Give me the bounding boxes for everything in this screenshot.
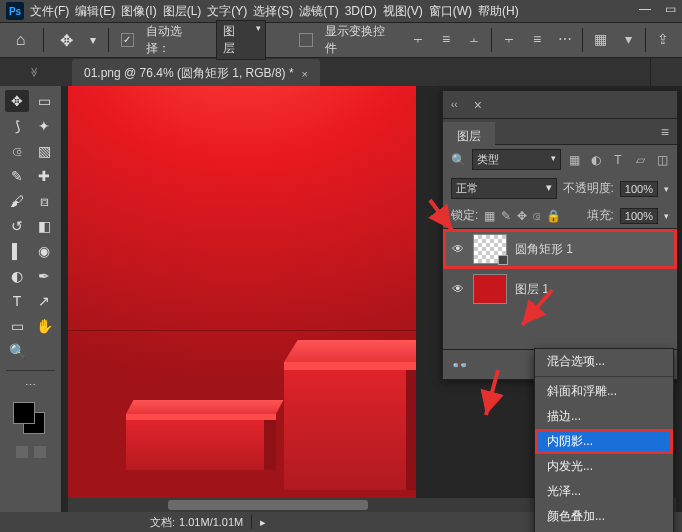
menu-view[interactable]: 视图(V): [383, 3, 423, 20]
gradient-tool[interactable]: ▌: [5, 240, 29, 262]
left-dock-handle[interactable]: [6, 62, 62, 80]
search-icon[interactable]: 🔍: [451, 153, 466, 167]
menu-stroke[interactable]: 描边...: [535, 404, 673, 429]
fill-value[interactable]: 100%: [620, 208, 658, 224]
layers-panel-header: ‹‹ ×: [443, 91, 677, 119]
menu-image[interactable]: 图像(I): [121, 3, 156, 20]
brush-tool[interactable]: 🖌: [5, 190, 29, 212]
lock-pixels-icon[interactable]: ▦: [484, 209, 495, 223]
panel-menu-icon[interactable]: ≡: [653, 124, 677, 140]
show-transform-checkbox[interactable]: [299, 33, 313, 47]
align-icon[interactable]: ⫟: [407, 28, 429, 50]
shape-tool[interactable]: ▭: [5, 315, 29, 337]
eyedropper-tool[interactable]: ✎: [5, 165, 29, 187]
layer-name[interactable]: 图层 1: [515, 281, 549, 298]
lock-artboard-icon[interactable]: ⟃: [533, 209, 540, 223]
fill-caret-icon[interactable]: ▾: [664, 211, 669, 221]
crop-tool[interactable]: ⟃: [5, 140, 29, 162]
menu-window[interactable]: 窗口(W): [429, 3, 472, 20]
right-dock-strip[interactable]: [650, 58, 682, 86]
visibility-toggle-icon[interactable]: 👁: [451, 282, 465, 296]
blur-tool[interactable]: ◉: [32, 240, 56, 262]
menu-blending-options[interactable]: 混合选项...: [535, 349, 673, 374]
zoom-tool[interactable]: 🔍: [5, 340, 29, 362]
overflow-icon[interactable]: ⋯: [554, 28, 576, 50]
frame-tool[interactable]: ▧: [32, 140, 56, 162]
menu-layer[interactable]: 图层(L): [163, 3, 202, 20]
path-select-tool[interactable]: ↗: [32, 290, 56, 312]
align-icon[interactable]: ⫠: [463, 28, 485, 50]
edit-mode-toggle[interactable]: ⋯: [25, 379, 36, 392]
3d-mode-icon[interactable]: ▦: [589, 28, 611, 50]
tool-options-bar: ⌂ ✥ ▾ 自动选择： 图层 显示变换控件 ⫟ ≡ ⫠ ⫟ ≡ ⋯ ▦ ▾ ⇪: [0, 22, 682, 58]
dodge-tool[interactable]: ◐: [5, 265, 29, 287]
filter-pixel-icon[interactable]: ▦: [567, 153, 581, 167]
distribute-icon[interactable]: ≡: [526, 28, 548, 50]
magic-wand-tool[interactable]: ✦: [32, 115, 56, 137]
history-brush-tool[interactable]: ↺: [5, 215, 29, 237]
menu-inner-shadow[interactable]: 内阴影...: [535, 429, 673, 454]
minimize-button[interactable]: —: [639, 2, 651, 16]
menu-bevel-emboss[interactable]: 斜面和浮雕...: [535, 379, 673, 404]
visibility-toggle-icon[interactable]: 👁: [451, 242, 465, 256]
filter-adjust-icon[interactable]: ◐: [589, 153, 603, 167]
menu-select[interactable]: 选择(S): [253, 3, 293, 20]
menu-satin[interactable]: 光泽...: [535, 479, 673, 504]
panel-collapse-icon[interactable]: ‹‹: [443, 99, 466, 110]
quick-mask-icon[interactable]: [16, 446, 28, 458]
layers-tab[interactable]: 图层: [443, 122, 495, 149]
menu-3d[interactable]: 3D(D): [345, 4, 377, 18]
tool-caret[interactable]: ▾: [90, 33, 96, 47]
move-tool[interactable]: ✥: [5, 90, 29, 112]
share-icon[interactable]: ⇪: [652, 28, 674, 50]
mode-caret-icon[interactable]: ▾: [617, 28, 639, 50]
stamp-tool[interactable]: ⧈: [32, 190, 56, 212]
filter-text-icon[interactable]: T: [611, 153, 625, 167]
lock-position-icon[interactable]: ✎: [501, 209, 511, 223]
panel-close-icon[interactable]: ×: [466, 97, 490, 113]
document-tab[interactable]: 01.png @ 76.4% (圆角矩形 1, RGB/8) * ×: [72, 59, 320, 86]
layer-thumbnail[interactable]: [473, 274, 507, 304]
filter-shape-icon[interactable]: ▱: [633, 153, 647, 167]
status-caret-icon[interactable]: ▸: [260, 516, 266, 529]
heal-tool[interactable]: ✚: [32, 165, 56, 187]
home-icon[interactable]: ⌂: [10, 29, 31, 51]
hand-tool[interactable]: ✋: [32, 315, 56, 337]
layer-row[interactable]: 👁 图层 1: [443, 269, 677, 309]
menu-color-overlay[interactable]: 颜色叠加...: [535, 504, 673, 529]
text-tool[interactable]: T: [5, 290, 29, 312]
move-tool-icon[interactable]: ✥: [56, 29, 77, 51]
menu-type[interactable]: 文字(Y): [207, 3, 247, 20]
filter-smart-icon[interactable]: ◫: [655, 153, 669, 167]
blend-mode-dropdown[interactable]: 正常▾: [451, 178, 557, 199]
eraser-tool[interactable]: ◧: [32, 215, 56, 237]
screen-mode-icon[interactable]: [34, 446, 46, 458]
layer-thumbnail[interactable]: [473, 234, 507, 264]
filter-type-dropdown[interactable]: 类型: [472, 149, 561, 170]
menu-file[interactable]: 文件(F): [30, 3, 69, 20]
lasso-tool[interactable]: ⟆: [5, 115, 29, 137]
document-canvas[interactable]: [68, 86, 416, 506]
menu-edit[interactable]: 编辑(E): [75, 3, 115, 20]
menu-inner-glow[interactable]: 内发光...: [535, 454, 673, 479]
align-icon[interactable]: ≡: [435, 28, 457, 50]
maximize-button[interactable]: ▭: [665, 2, 676, 16]
auto-select-checkbox[interactable]: [121, 33, 135, 47]
menu-help[interactable]: 帮助(H): [478, 3, 519, 20]
distribute-icon[interactable]: ⫟: [498, 28, 520, 50]
scrollbar-thumb[interactable]: [168, 500, 368, 510]
layer-row[interactable]: 👁 圆角矩形 1: [443, 229, 677, 269]
marquee-tool[interactable]: ▭: [32, 90, 56, 112]
auto-select-mode-dropdown[interactable]: 图层: [216, 20, 265, 60]
lock-all-icon[interactable]: 🔒: [546, 209, 561, 223]
opacity-value[interactable]: 100%: [620, 181, 658, 197]
color-swatches[interactable]: [13, 402, 49, 436]
pen-tool[interactable]: ✒: [32, 265, 56, 287]
opacity-caret-icon[interactable]: ▾: [664, 184, 669, 194]
lock-move-icon[interactable]: ✥: [517, 209, 527, 223]
menu-filter[interactable]: 滤镜(T): [299, 3, 338, 20]
link-layers-icon[interactable]: 👓: [451, 357, 468, 373]
foreground-color-swatch[interactable]: [13, 402, 35, 424]
close-tab-icon[interactable]: ×: [302, 68, 308, 80]
layer-name[interactable]: 圆角矩形 1: [515, 241, 573, 258]
